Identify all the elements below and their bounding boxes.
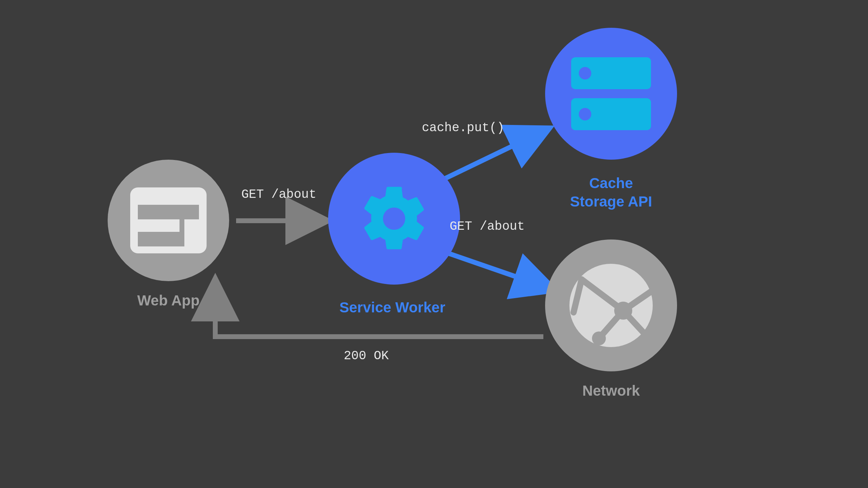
network-node xyxy=(545,239,677,371)
gear-icon xyxy=(356,180,432,257)
cache-storage-label: Cache Storage API xyxy=(538,174,684,211)
service-worker-node xyxy=(328,153,460,285)
network-icon xyxy=(562,257,660,354)
cache-storage-node xyxy=(545,28,677,160)
svg-rect-3 xyxy=(184,219,199,246)
network-label: Network xyxy=(545,382,677,400)
web-app-label: Web App xyxy=(108,292,229,310)
service-worker-label: Service Worker xyxy=(302,298,483,317)
browser-window-icon xyxy=(130,187,207,253)
storage-icon xyxy=(571,57,651,130)
edge-label-net-to-web: 200 OK xyxy=(344,349,389,363)
cache-storage-label-l2: Storage API xyxy=(570,193,652,210)
svg-rect-2 xyxy=(138,219,180,232)
cache-storage-label-l1: Cache xyxy=(589,175,633,191)
diagram-stage: Web App Service Worker Cache Storage API… xyxy=(0,0,868,488)
edge-label-sw-to-net: GET /about xyxy=(450,219,525,234)
svg-point-7 xyxy=(579,108,591,120)
svg-point-14 xyxy=(614,302,632,320)
svg-point-8 xyxy=(569,264,653,347)
svg-point-5 xyxy=(579,67,591,79)
edge-label-web-to-sw: GET /about xyxy=(241,187,316,202)
svg-point-15 xyxy=(592,331,606,345)
arrow-sw-to-network xyxy=(449,253,547,287)
edge-label-sw-to-cache: cache.put() xyxy=(422,121,504,135)
web-app-node xyxy=(108,160,229,281)
